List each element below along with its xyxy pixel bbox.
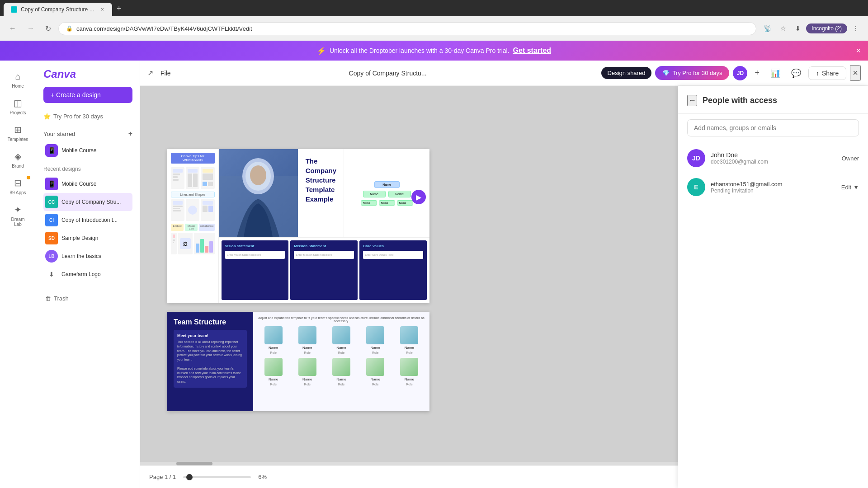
company-title-display: The Company Structure Template Example [306, 156, 336, 204]
recent-item-gamefarm[interactable]: ⬇ Gamefarm Logo [43, 265, 132, 283]
company-photo [219, 149, 298, 237]
trash-button[interactable]: 🗑 Trash [43, 292, 132, 305]
team-photo-10 [400, 358, 418, 376]
sidebar-item-projects[interactable]: ◫ Projects [2, 94, 34, 119]
slide-row-labels: Embed Magic Edit Collaborate [171, 224, 215, 231]
team-photo-4 [366, 326, 384, 344]
team-role-10: Role [406, 383, 412, 386]
team-right-section: Adjust and expand this template to fit y… [253, 312, 429, 411]
download-icon[interactable]: ⬇ [792, 23, 804, 34]
comment-icon[interactable]: 💬 [788, 66, 805, 80]
sidebar: ⌂ Home ◫ Projects ⊞ Templates ◈ Brand ⊟ … [0, 61, 36, 488]
recent-item-copy-intro[interactable]: CI Copy of Introduction t... [43, 211, 132, 229]
starred-label-mobile: Mobile Course [61, 147, 96, 154]
sidebar-item-home[interactable]: ⌂ Home [2, 68, 34, 92]
external-link-icon[interactable]: ↗ [147, 69, 153, 77]
team-role-3: Role [338, 351, 344, 354]
add-starred-icon[interactable]: + [128, 130, 132, 138]
tab-close-icon[interactable]: × [100, 5, 105, 14]
browser-toolbar: ← → ↻ 🔒 canva.com/design/DAGVwWI7eDw/TBy… [0, 16, 868, 41]
active-tab[interactable]: Copy of Company Structure Te... × [4, 3, 112, 16]
recent-item-learn-basics[interactable]: LB Learn the basics [43, 247, 132, 265]
team-member-5: Name Role [394, 326, 425, 354]
sidebar-item-templates[interactable]: ⊞ Templates [2, 121, 34, 145]
recent-section-title: Recent designs [43, 166, 132, 172]
company-text-section: The Company Structure Template Example [298, 149, 344, 237]
core-values-content-placeholder: Enter Core Values Here [363, 251, 423, 259]
slide-thumb-7[interactable] [171, 233, 177, 254]
promo-link[interactable]: Get started [513, 47, 551, 55]
team-adjust-text: Adjust and expand this template to fit y… [258, 316, 425, 323]
team-name-1: Name [269, 346, 278, 350]
toolbar-actions: 📡 ☆ ⬇ Incognito (2) ⋮ [760, 23, 863, 34]
close-canvas-button[interactable]: × [850, 65, 861, 81]
incognito-button[interactable]: Incognito (2) [806, 23, 847, 33]
team-name-2: Name [302, 346, 312, 350]
canvas-nav-arrow[interactable]: ▶ [411, 190, 426, 204]
try-pro-toolbar-button[interactable]: 💎 Try Pro for 30 days [655, 66, 729, 80]
slide-thumb-4[interactable] [171, 199, 184, 221]
address-bar[interactable]: 🔒 canva.com/design/DAGVwWI7eDw/TByK4I4V6… [58, 22, 756, 35]
trash-icon: 🗑 [45, 295, 51, 302]
zoom-slider[interactable] [183, 476, 251, 478]
analytics-icon[interactable]: 📊 [767, 66, 784, 80]
access-panel-header: ← People with access [678, 86, 868, 114]
slide-row-2 [171, 199, 215, 221]
slide-thumb-8[interactable]: 🖼 [178, 233, 193, 254]
team-name-9: Name [371, 377, 380, 381]
jd-avatar[interactable]: JD [733, 66, 747, 80]
slide-thumb-3[interactable] [201, 167, 214, 189]
slide-thumb-2[interactable] [186, 167, 199, 189]
user-role-ethan-select[interactable]: Edit ▼ [841, 184, 859, 191]
cast-icon[interactable]: 📡 [760, 23, 775, 34]
canvas-horizontal-scrollbar[interactable] [140, 462, 678, 465]
recent-item-copy-company[interactable]: CC Copy of Company Stru... [43, 193, 132, 211]
your-starred-title: Your starred [43, 131, 75, 137]
whiteboard-slides-col: Canva Tips for Whiteboards [167, 149, 219, 303]
slide-thumb-1[interactable] [171, 167, 184, 189]
starred-item-mobile-course[interactable]: 📱 Mobile Course [43, 141, 132, 160]
team-photo-5 [400, 326, 418, 344]
file-button[interactable]: File [157, 68, 175, 79]
left-panel: Canva + Create a design ⭐ Try Pro for 30… [36, 61, 140, 488]
access-panel-back-button[interactable]: ← [687, 95, 697, 106]
team-member-2: Name Role [292, 326, 323, 354]
team-title-text: Team Structure [174, 318, 226, 326]
team-description-text: This section is all about capturing impo… [177, 340, 243, 384]
team-photo-8 [332, 358, 350, 376]
browser-tabs: Copy of Company Structure Te... × + [0, 0, 868, 16]
forward-nav-button[interactable]: → [24, 23, 38, 34]
sidebar-brand-label: Brand [12, 164, 24, 169]
promo-icon: ⚡ [317, 47, 326, 55]
add-collaborator-icon[interactable]: + [751, 66, 763, 80]
create-design-button[interactable]: + Create a design [43, 87, 132, 103]
slide-thumb-5[interactable] [186, 199, 199, 221]
slide-thumb-9[interactable] [194, 233, 215, 254]
sidebar-apps-label: 89 Apps [9, 190, 26, 195]
team-role-7: Role [304, 383, 311, 386]
back-nav-button[interactable]: ← [5, 23, 20, 34]
slide-row-1 [171, 167, 215, 189]
user-info-ethan: ethanstone151@gmail.com Pending invitati… [711, 181, 836, 194]
team-name-6: Name [269, 377, 278, 381]
reload-button[interactable]: ↻ [42, 23, 55, 35]
sidebar-item-brand[interactable]: ◈ Brand [2, 147, 34, 172]
slide-thumb-6[interactable] [201, 199, 214, 221]
new-tab-button[interactable]: + [113, 2, 125, 15]
star-bookmark-icon[interactable]: ☆ [777, 23, 790, 34]
try-pro-button-sidebar[interactable]: ⭐ Try Pro for 30 days [43, 110, 103, 122]
user-info-jd: John Doe doe301200@gmail.com [711, 151, 836, 165]
team-photo-6 [264, 358, 283, 376]
canvas-page-2: Team Structure Meet your team! This sect… [167, 312, 429, 411]
access-email-input[interactable] [687, 119, 859, 136]
dreamlab-icon: ✦ [14, 204, 22, 215]
vision-content-placeholder: Enter Vision Statement Here [225, 251, 285, 259]
team-role-4: Role [372, 351, 378, 354]
menu-icon[interactable]: ⋮ [849, 23, 863, 34]
sidebar-item-dreamlab[interactable]: ✦ Dream Lab [2, 201, 34, 230]
recent-item-mobile-course[interactable]: 📱 Mobile Course [43, 175, 132, 193]
share-button[interactable]: ↑ Share [808, 66, 846, 80]
recent-item-sample[interactable]: SD Sample Design [43, 229, 132, 247]
promo-close-icon[interactable]: × [856, 46, 861, 56]
sidebar-item-apps[interactable]: ⊟ 89 Apps [2, 174, 34, 199]
